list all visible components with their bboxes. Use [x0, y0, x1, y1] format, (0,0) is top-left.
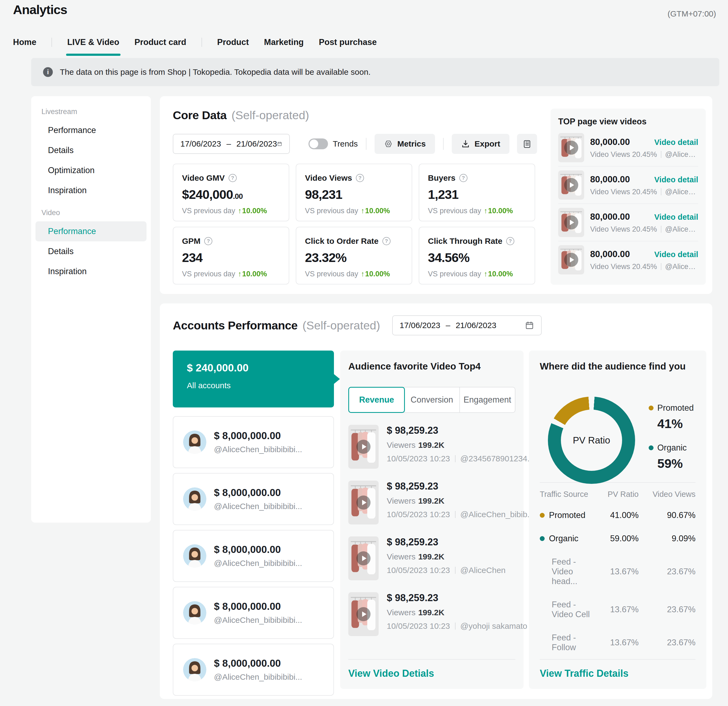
play-icon — [357, 607, 371, 621]
all-accounts-gmv: $ 240,000.00 — [187, 362, 320, 374]
view-video-details-link[interactable]: View Video Detials — [348, 668, 434, 679]
account-row[interactable]: $ 8,000,000.00 @AliceChen_bibibibibi... — [173, 530, 334, 582]
export-button[interactable]: Export — [452, 134, 510, 154]
text-divider — [455, 567, 455, 574]
sidebar-item-livestream-inspiration[interactable]: Inspiration — [36, 181, 146, 201]
accounts-performance-card: Accounts Performance (Self-operated) 17/… — [160, 304, 712, 699]
calendar-icon — [277, 139, 282, 149]
report-list-button[interactable] — [517, 134, 537, 154]
compare-label: VS previous day — [305, 207, 358, 215]
help-icon[interactable] — [228, 174, 237, 182]
video-thumbnail[interactable] — [348, 592, 378, 636]
video-detail-link[interactable]: Video detail — [654, 175, 698, 184]
date-end: 21/06/2023 — [237, 139, 277, 149]
video-account-handle: @AliceChen_bibi... — [665, 262, 698, 271]
table-row: Feed -Follow 13.67% 23.67% — [540, 626, 695, 659]
col-traffic-source: Traffic Source — [540, 490, 590, 499]
tab-live-video[interactable]: LIVE & Video — [67, 38, 119, 47]
metric-value: 23.32% — [305, 250, 347, 265]
tab-engagement[interactable]: Engagement — [460, 388, 515, 412]
export-button-label: Export — [475, 139, 500, 149]
row-pv: 41.00% — [590, 511, 638, 520]
account-gmv: $ 8,000,000.00 — [214, 430, 302, 441]
favorites-title: Audience favorite Video Top4 — [348, 361, 516, 372]
tab-product-card[interactable]: Product card — [134, 38, 186, 47]
play-icon — [564, 253, 578, 267]
video-date: 10/05/2023 10:23 — [387, 454, 450, 463]
traffic-source-table: Traffic Source PV Ratio Video Views Prom… — [540, 482, 695, 659]
organic-dot-icon — [540, 536, 545, 541]
tab-divider — [52, 38, 52, 47]
up-arrow-icon — [238, 207, 243, 215]
help-icon[interactable] — [204, 237, 212, 245]
tab-home[interactable]: Home — [13, 38, 36, 47]
metrics-button[interactable]: Metrics — [374, 134, 435, 154]
video-thumbnail[interactable] — [348, 425, 378, 469]
tab-revenue[interactable]: Revenue — [348, 387, 405, 413]
video-thumbnail[interactable] — [558, 208, 584, 237]
all-accounts-summary-card[interactable]: $ 240,000.00 All accounts — [173, 350, 334, 408]
video-account-handle: @yohoji sakamato — [461, 622, 527, 631]
date-separator: – — [227, 139, 231, 149]
accounts-subtitle: (Self-operated) — [302, 319, 380, 332]
account-row[interactable]: $ 8,000,000.00 @AliceChen_bibibibibi... — [173, 473, 334, 525]
account-row[interactable]: $ 8,000,000.00 @AliceChen_bibibibibi... — [173, 416, 334, 468]
sidebar-item-video-performance[interactable]: Performance — [36, 221, 146, 242]
sidebar-group-livestream: Livestream — [42, 107, 146, 116]
account-row[interactable]: $ 8,000,000.00 @AliceChen_bibibibibi... — [173, 644, 334, 696]
video-thumbnail[interactable] — [348, 480, 378, 525]
accounts-date-range-picker[interactable]: 17/06/2023 – 21/06/2023 — [392, 315, 542, 336]
help-icon[interactable] — [459, 174, 468, 182]
video-detail-link[interactable]: Video detail — [654, 250, 698, 259]
view-traffic-details-link[interactable]: View Traffic Details — [540, 668, 628, 679]
core-date-range-picker[interactable]: 17/06/2023 – 21/06/2023 — [173, 134, 290, 154]
video-thumbnail[interactable] — [348, 537, 378, 580]
account-handle: @AliceChen_bibibibibi... — [214, 615, 302, 625]
video-thumbnail[interactable] — [558, 171, 584, 200]
text-divider — [455, 455, 455, 462]
help-icon[interactable] — [356, 174, 364, 182]
video-thumbnail[interactable] — [558, 245, 584, 275]
organic-dot-icon — [649, 446, 653, 450]
sidebar-item-livestream-details[interactable]: Details — [36, 140, 146, 161]
video-detail-link[interactable]: Video detail — [654, 138, 698, 147]
chart-legend: Promoted 41% Organic 59% — [649, 403, 693, 471]
metric-label: Video GMV — [182, 174, 225, 182]
sidebar-item-video-inspiration[interactable]: Inspiration — [36, 262, 146, 282]
traffic-title: Where did the audience find you — [540, 361, 695, 372]
top-videos-title: TOP page view videos — [558, 117, 698, 126]
favorite-video-row: $ 98,259.23 Viewers199.2K 10/05/2023 10:… — [348, 537, 516, 580]
metric-value: $240,000 — [182, 187, 233, 201]
sidebar-item-video-details[interactable]: Details — [36, 242, 146, 262]
play-icon — [357, 551, 371, 566]
sidebar-item-livestream-optimization[interactable]: Optimization — [36, 161, 146, 181]
video-thumbnail[interactable] — [558, 133, 584, 162]
video-detail-link[interactable]: Video detail — [654, 213, 698, 221]
divider — [348, 659, 516, 660]
sidebar-item-livestream-performance[interactable]: Performance — [36, 120, 146, 140]
delta-value: 10.00% — [365, 270, 390, 278]
legend-promoted-label: Promoted — [657, 403, 693, 413]
tab-post-purchase[interactable]: Post purchase — [319, 38, 377, 47]
video-account-handle: @AliceChen_bibi... — [665, 225, 698, 233]
tab-product[interactable]: Product — [217, 38, 249, 47]
tab-conversion[interactable]: Conversion — [404, 388, 460, 412]
metric-value: 98,231 — [305, 187, 342, 201]
calendar-icon — [525, 321, 534, 330]
download-icon — [461, 139, 470, 149]
metrics-icon — [384, 139, 393, 149]
account-row[interactable]: $ 8,000,000.00 @AliceChen_bibibibibi... — [173, 587, 334, 639]
delta-value: 10.00% — [488, 207, 513, 215]
tab-marketing[interactable]: Marketing — [264, 38, 303, 47]
play-icon — [564, 216, 578, 230]
legend-organic-label: Organic — [657, 443, 687, 453]
metrics-button-label: Metrics — [397, 139, 426, 149]
avatar — [183, 601, 207, 625]
account-gmv: $ 8,000,000.00 — [214, 544, 302, 556]
help-icon[interactable] — [506, 237, 514, 245]
video-views-pct: Video Views 20.45% — [590, 188, 657, 196]
help-icon[interactable] — [383, 237, 390, 245]
controls-divider — [443, 138, 443, 150]
date-start: 17/06/2023 — [181, 139, 221, 149]
trends-toggle[interactable] — [309, 139, 328, 149]
